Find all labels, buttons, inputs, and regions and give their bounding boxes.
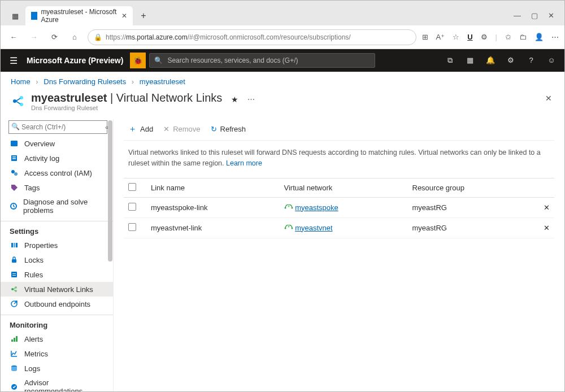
vnet-icon (284, 203, 293, 212)
notifications-icon[interactable]: 🔔 (485, 56, 496, 65)
close-tab-icon[interactable]: ✕ (121, 12, 127, 20)
sidebar-item-label: Activity log (24, 154, 59, 163)
sidebar: 🔍 « OverviewActivity logAccess control (… (1, 119, 114, 391)
favorite-icon[interactable]: ☆ (453, 33, 459, 41)
scrollbar-thumb[interactable] (108, 120, 112, 262)
tab-title: myeastruleset - Microsoft Azure (41, 8, 118, 24)
more-commands-icon[interactable]: ⋯ (247, 95, 255, 103)
azure-top-bar: ☰ Microsoft Azure (Preview) 🐞 🔍 Search r… (1, 49, 564, 72)
maximize-icon[interactable]: ▢ (531, 11, 538, 20)
logs-icon (10, 364, 19, 373)
svg-point-8 (14, 172, 18, 176)
breadcrumb-current[interactable]: myeastruleset (140, 77, 185, 86)
svg-rect-13 (12, 259, 16, 263)
hamburger-icon[interactable]: ☰ (1, 55, 27, 66)
sidebar-item-iam[interactable]: Access control (IAM) (1, 165, 113, 180)
home-button[interactable]: ⌂ (67, 30, 82, 45)
underline-icon[interactable]: U (467, 33, 472, 41)
url-input[interactable]: 🔒 https://ms.portal.azure.com/#@microsof… (88, 29, 416, 45)
breadcrumb-home[interactable]: Home (11, 77, 31, 86)
svg-rect-6 (12, 158, 16, 159)
sidebar-item-tags[interactable]: Tags (1, 180, 113, 195)
svg-point-32 (284, 228, 286, 229)
sidebar-item-vnetlinks[interactable]: Virtual Network Links (1, 282, 113, 297)
refresh-button[interactable]: ⟳ (47, 30, 62, 45)
breadcrumb-rulesets[interactable]: Dns Forwarding Rulesets (44, 77, 126, 86)
refresh-label: Refresh (220, 125, 246, 133)
settings-icon[interactable]: ⚙ (506, 56, 516, 65)
svg-rect-23 (16, 336, 18, 342)
sidebar-item-locks[interactable]: Locks (1, 252, 113, 267)
sidebar-search-input[interactable] (8, 120, 107, 134)
vnet-links-table: Link name Virtual network Resource group… (124, 178, 554, 238)
sidebar-item-label: Locks (24, 256, 44, 264)
profile-icon[interactable]: 👤 (534, 33, 544, 41)
overview-icon (10, 139, 19, 148)
sidebar-item-activity[interactable]: Activity log (1, 151, 113, 165)
sidebar-item-logs[interactable]: Logs (1, 361, 113, 376)
feedback-icon[interactable]: ☺ (546, 56, 557, 65)
row-checkbox[interactable] (128, 223, 136, 231)
help-icon[interactable]: ? (526, 56, 536, 65)
extension-icon[interactable]: ⊞ (422, 33, 428, 41)
sidebar-item-properties[interactable]: Properties (1, 238, 113, 252)
read-aloud-icon[interactable]: A⁺ (436, 33, 445, 41)
refresh-button[interactable]: ↻ Refresh (211, 125, 246, 133)
minimize-icon[interactable]: — (514, 11, 521, 20)
svg-rect-12 (16, 243, 18, 247)
collections-icon[interactable]: 🗀 (519, 33, 527, 41)
sidebar-item-label: Advisor recommendations (24, 378, 108, 391)
sidebar-item-metrics[interactable]: Metrics (1, 346, 113, 361)
back-button[interactable]: ← (6, 30, 21, 45)
settings-gear-icon[interactable]: ⚙ (481, 33, 488, 41)
sidebar-item-advisor[interactable]: Advisor recommendations (1, 376, 113, 391)
svg-point-19 (15, 290, 17, 292)
sidebar-item-alerts[interactable]: Alerts (1, 332, 113, 346)
sidebar-item-label: Alerts (24, 335, 43, 343)
delete-row-button[interactable]: ✕ (532, 217, 554, 238)
col-link-name[interactable]: Link name (146, 178, 280, 197)
sidebar-scrollbar[interactable] (107, 119, 113, 391)
learn-more-link[interactable]: Learn more (226, 159, 262, 167)
svg-rect-22 (14, 338, 15, 342)
svg-point-30 (291, 207, 293, 209)
delete-row-button[interactable]: ✕ (532, 197, 554, 217)
more-icon[interactable]: ⋯ (551, 33, 559, 41)
sidebar-item-diagnose[interactable]: Diagnose and solve problems (1, 195, 113, 217)
directories-icon[interactable]: ▦ (465, 56, 475, 65)
svg-point-33 (291, 228, 293, 229)
svg-rect-11 (14, 243, 15, 247)
col-vnet[interactable]: Virtual network (280, 178, 408, 197)
table-row[interactable]: myeastspoke-link myeastspokemyeastRG✕ (124, 197, 554, 217)
tab-actions-icon[interactable]: ▦ (7, 8, 23, 24)
forward-button: → (27, 30, 41, 45)
azure-search-input[interactable]: 🔍 Search resources, services, and docs (… (149, 53, 375, 68)
select-all-checkbox[interactable] (128, 183, 136, 191)
remove-label: Remove (173, 125, 200, 133)
svg-rect-10 (11, 243, 13, 247)
vnet-link[interactable]: myeastvnet (295, 224, 332, 232)
sidebar-item-overview[interactable]: Overview (1, 136, 113, 151)
new-tab-button[interactable]: + (135, 11, 152, 21)
sidebar-search: 🔍 « (8, 120, 107, 134)
pin-star-icon[interactable]: ★ (231, 95, 238, 104)
sidebar-item-rules[interactable]: Rules (1, 267, 113, 282)
favorites-bar-icon[interactable]: ✩ (505, 33, 511, 41)
browser-tab[interactable]: myeastruleset - Microsoft Azure ✕ (25, 6, 133, 25)
breadcrumb-sep-icon: › (36, 77, 38, 86)
cell-vnet: myeastspoke (280, 197, 408, 217)
close-blade-button[interactable]: ✕ (543, 92, 554, 105)
azure-brand[interactable]: Microsoft Azure (Preview) (27, 56, 130, 65)
table-row[interactable]: myeastvnet-link myeastvnetmyeastRG✕ (124, 217, 554, 238)
sidebar-item-label: Logs (24, 364, 40, 373)
row-checkbox[interactable] (128, 203, 136, 211)
vnet-link[interactable]: myeastspoke (295, 203, 338, 212)
add-button[interactable]: ＋ Add (128, 124, 153, 134)
ruleset-icon (11, 94, 25, 108)
azure-favicon-icon (31, 12, 37, 20)
close-window-icon[interactable]: ✕ (548, 11, 554, 20)
cloud-shell-icon[interactable]: ⧉ (445, 56, 455, 65)
col-rg[interactable]: Resource group (408, 178, 532, 197)
sidebar-item-outbound[interactable]: Outbound endpoints (1, 297, 113, 311)
preview-bug-icon[interactable]: 🐞 (130, 53, 146, 68)
